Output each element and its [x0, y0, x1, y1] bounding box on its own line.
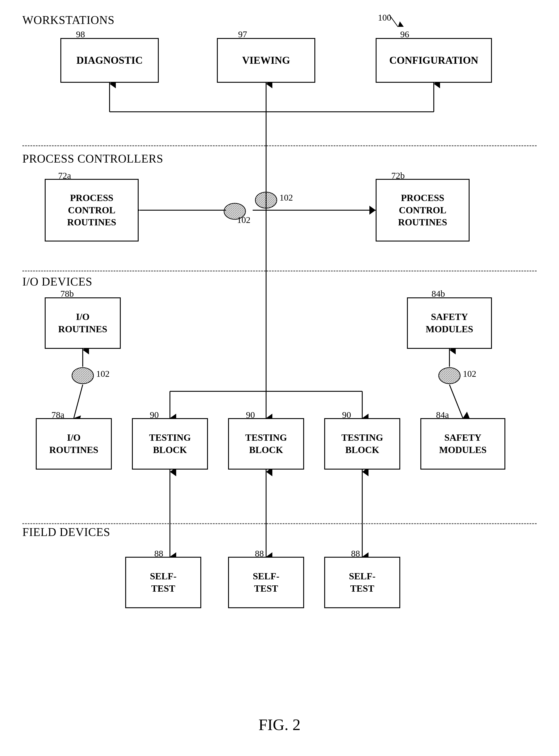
- ref-90-3: 90: [342, 409, 351, 420]
- label-self-test-3: SELF- TEST: [349, 570, 375, 595]
- section-workstations: WORKSTATIONS: [22, 14, 114, 27]
- box-process-control-b: PROCESS CONTROL ROUTINES: [376, 179, 470, 242]
- ref-102-center: 102: [237, 215, 250, 225]
- diagram: WORKSTATIONS PROCESS CONTROLLERS I/O DEV…: [0, 0, 559, 756]
- label-process-control-b: PROCESS CONTROL ROUTINES: [398, 192, 447, 228]
- svg-point-43: [439, 368, 460, 384]
- box-viewing: VIEWING: [217, 38, 315, 83]
- ref-90-1: 90: [150, 409, 159, 420]
- ref-88-3: 88: [351, 548, 360, 559]
- svg-line-44: [389, 15, 398, 27]
- ref-90-2: 90: [246, 409, 255, 420]
- box-self-test-1: SELF- TEST: [125, 557, 201, 608]
- label-safety-modules-lower: SAFETY MODULES: [439, 431, 487, 456]
- ref-102-safety: 102: [463, 369, 476, 379]
- oval-102-io: [71, 367, 94, 384]
- label-process-control-a: PROCESS CONTROL ROUTINES: [67, 192, 116, 228]
- label-io-routines-lower: I/O ROUTINES: [49, 431, 98, 456]
- ref-78a: 78a: [51, 409, 64, 420]
- box-diagnostic: DIAGNOSTIC: [60, 38, 159, 83]
- box-process-control-a: PROCESS CONTROL ROUTINES: [45, 179, 139, 242]
- section-io-devices: I/O DEVICES: [22, 275, 92, 288]
- box-io-routines-lower: I/O ROUTINES: [36, 418, 112, 470]
- dashed-line-2: [22, 271, 537, 271]
- ref-88-1: 88: [154, 548, 163, 559]
- ref-102-io: 102: [96, 369, 110, 379]
- ref-72a: 72a: [58, 170, 71, 181]
- label-self-test-1: SELF- TEST: [150, 570, 176, 595]
- ref-96: 96: [400, 29, 409, 40]
- dashed-line-3: [22, 523, 537, 524]
- box-self-test-2: SELF- TEST: [228, 557, 304, 608]
- ref-84a: 84a: [436, 409, 449, 420]
- ref-102-top: 102: [280, 192, 293, 203]
- ref-84b: 84b: [431, 288, 445, 299]
- label-diagnostic: DIAGNOSTIC: [76, 54, 143, 67]
- box-testing-block-2: TESTING BLOCK: [228, 418, 304, 470]
- box-configuration: CONFIGURATION: [376, 38, 492, 83]
- label-configuration: CONFIGURATION: [389, 54, 478, 67]
- box-safety-modules-lower: SAFETY MODULES: [420, 418, 505, 470]
- section-process-controllers: PROCESS CONTROLLERS: [22, 152, 163, 165]
- ref-100-arrow: [367, 12, 411, 30]
- label-safety-modules-upper: SAFETY MODULES: [426, 311, 473, 335]
- label-testing-block-2: TESTING BLOCK: [245, 431, 287, 456]
- label-self-test-2: SELF- TEST: [253, 570, 279, 595]
- label-testing-block-1: TESTING BLOCK: [149, 431, 191, 456]
- box-self-test-3: SELF- TEST: [324, 557, 400, 608]
- oval-102-top: [255, 191, 277, 209]
- box-io-routines-upper: I/O ROUTINES: [45, 297, 121, 349]
- ref-72b: 72b: [391, 170, 405, 181]
- section-field-devices: FIELD DEVICES: [22, 526, 110, 539]
- label-testing-block-3: TESTING BLOCK: [341, 431, 383, 456]
- svg-point-36: [255, 192, 277, 208]
- dashed-line-1: [22, 145, 537, 146]
- box-testing-block-1: TESTING BLOCK: [132, 418, 208, 470]
- svg-line-26: [449, 384, 463, 418]
- figure-label: FIG. 2: [235, 715, 324, 734]
- svg-line-17: [74, 384, 83, 418]
- label-viewing: VIEWING: [242, 54, 290, 67]
- label-io-routines-upper: I/O ROUTINES: [58, 311, 107, 335]
- ref-97: 97: [238, 29, 247, 40]
- svg-point-41: [72, 368, 93, 384]
- ref-98: 98: [76, 29, 85, 40]
- oval-102-safety: [438, 367, 461, 384]
- ref-88-2: 88: [255, 548, 264, 559]
- box-testing-block-3: TESTING BLOCK: [324, 418, 400, 470]
- ref-78b: 78b: [60, 288, 74, 299]
- box-safety-modules-upper: SAFETY MODULES: [407, 297, 492, 349]
